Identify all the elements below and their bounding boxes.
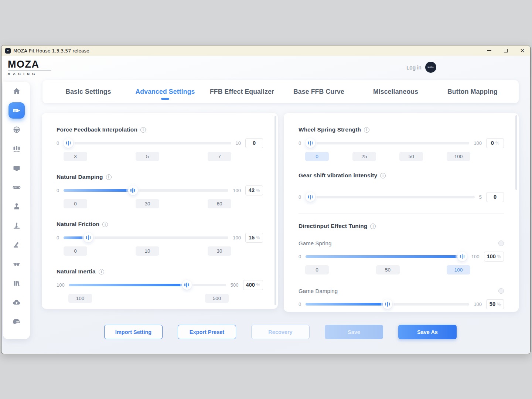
- preset-button-25[interactable]: 25: [352, 152, 376, 161]
- value-input-natural-inertia[interactable]: 400%: [243, 280, 263, 290]
- slider-handle-natural-damping[interactable]: [128, 185, 138, 195]
- slider-handle-gear-shift-vibration-intensity[interactable]: [306, 192, 315, 202]
- value-number: 50: [490, 301, 495, 307]
- tab-basic-settings[interactable]: Basic Settings: [50, 80, 127, 103]
- slider-track-natural-damping[interactable]: [64, 189, 228, 192]
- slider-track-gear-shift-vibration-intensity[interactable]: [306, 196, 475, 198]
- sidebar-item-manuals[interactable]: [7, 274, 26, 293]
- slider-handle-natural-inertia[interactable]: [182, 280, 192, 290]
- export-preset-button[interactable]: Export Preset: [178, 325, 236, 339]
- handle-bars-icon: [310, 141, 311, 146]
- value-input-force-feedback-interpolation[interactable]: 0: [245, 138, 263, 148]
- value-number: 0: [491, 140, 494, 146]
- sidebar-item-steering-wheel[interactable]: [7, 120, 26, 139]
- sidebar-item-pedals[interactable]: [7, 139, 26, 158]
- preset-button-50[interactable]: 50: [376, 265, 400, 274]
- preset-button-0[interactable]: 0: [305, 152, 329, 161]
- value-input-game-damping[interactable]: 50%: [486, 299, 504, 309]
- info-icon[interactable]: i: [99, 269, 104, 274]
- tab-ffb-effect-equalizer[interactable]: FFB Effect Equalizer: [204, 80, 280, 103]
- preset-button-100[interactable]: 100: [447, 265, 470, 274]
- sidebar-item-wheelbase[interactable]: [8, 102, 25, 119]
- setting-label: Game Spring: [299, 240, 331, 246]
- led-strip-icon: [12, 183, 21, 192]
- slider-track-force-feedback-interpolation[interactable]: [64, 142, 231, 144]
- sidebar-item-cloud-upload[interactable]: [7, 293, 26, 312]
- import-setting-button[interactable]: Import Setting: [104, 325, 163, 339]
- value-input-natural-friction[interactable]: 15%: [245, 233, 263, 243]
- sidebar-item-home[interactable]: [7, 82, 26, 101]
- slider-track-game-damping[interactable]: [306, 303, 469, 306]
- avatar[interactable]: MOZA: [425, 62, 436, 73]
- setting-label-row: Game Damping: [299, 287, 504, 294]
- handle-bars-icon: [68, 141, 69, 146]
- slider-min-label: 0: [57, 235, 59, 241]
- info-icon[interactable]: i: [380, 173, 386, 178]
- minimize-button[interactable]: [487, 48, 492, 53]
- recovery-button[interactable]: Recovery: [251, 325, 310, 339]
- preset-button-5[interactable]: 5: [136, 152, 159, 161]
- close-button[interactable]: ×: [520, 48, 525, 53]
- radio-game-damping[interactable]: [498, 288, 504, 294]
- preset-button-0[interactable]: 0: [305, 265, 329, 274]
- tab-miscellaneous[interactable]: Miscellaneous: [357, 80, 434, 103]
- value-unit: %: [497, 302, 501, 306]
- slider-handle-natural-friction[interactable]: [83, 233, 93, 242]
- slider-min-label: 0: [57, 140, 59, 146]
- info-icon[interactable]: i: [102, 222, 108, 227]
- preset-button-0[interactable]: 0: [64, 199, 87, 208]
- radio-game-spring[interactable]: [498, 241, 504, 246]
- preset-button-100[interactable]: 100: [68, 294, 92, 303]
- window-title: MOZA Pit House 1.3.3.57 release: [13, 48, 89, 54]
- info-icon[interactable]: i: [370, 224, 376, 229]
- save-button[interactable]: Save: [325, 325, 383, 339]
- slider-track-wheel-spring-strength[interactable]: [306, 142, 469, 144]
- sidebar-item-led-strip[interactable]: [7, 178, 26, 197]
- handle-bars-icon: [90, 236, 91, 239]
- left-panel-scrollbar[interactable]: [274, 116, 276, 305]
- preset-button-10[interactable]: 10: [136, 246, 159, 256]
- save-as-button[interactable]: Save As: [398, 325, 457, 339]
- preset-button-30[interactable]: 30: [208, 246, 231, 256]
- preset-button-50[interactable]: 50: [399, 152, 423, 161]
- slider-track-game-spring[interactable]: [306, 255, 467, 258]
- sidebar-item-handbrake[interactable]: [7, 235, 26, 255]
- preset-button-7[interactable]: 7: [208, 152, 231, 161]
- sequential-shifter-icon: [12, 221, 21, 230]
- info-icon[interactable]: i: [364, 127, 369, 133]
- tab-advanced-settings[interactable]: Advanced Settings: [127, 80, 204, 103]
- value-input-natural-damping[interactable]: 42%: [245, 185, 263, 195]
- maximize-button[interactable]: [503, 48, 508, 53]
- sidebar-item-helmet[interactable]: [7, 312, 26, 331]
- login-link[interactable]: Log in: [406, 64, 422, 71]
- slider-handle-wheel-spring-strength[interactable]: [306, 138, 315, 148]
- tab-button-mapping[interactable]: Button Mapping: [434, 80, 511, 103]
- preset-button-100[interactable]: 100: [447, 152, 470, 161]
- slider-handle-force-feedback-interpolation[interactable]: [64, 138, 73, 148]
- preset-button-500[interactable]: 500: [205, 294, 229, 303]
- sidebar-item-shifter-knob[interactable]: [7, 197, 26, 216]
- sidebar-item-dashboard[interactable]: [7, 158, 26, 178]
- slider-row-natural-inertia: 100500400%: [57, 280, 263, 290]
- sidebar-item-head-tracker[interactable]: [7, 255, 26, 274]
- value-input-game-spring[interactable]: 100%: [484, 252, 504, 262]
- slider-track-natural-friction[interactable]: [64, 236, 228, 239]
- handle-bars-icon: [188, 283, 189, 286]
- preset-button-0[interactable]: 0: [64, 246, 87, 256]
- setting-natural-damping: Natural Dampingi010042%03060: [57, 173, 263, 208]
- preset-button-30[interactable]: 30: [136, 199, 159, 208]
- value-input-gear-shift-vibration-intensity[interactable]: 0: [486, 192, 504, 202]
- sidebar-item-sequential-shifter[interactable]: [7, 216, 26, 235]
- sidebar-item-partial-hidden[interactable]: [7, 331, 26, 339]
- value-input-wheel-spring-strength[interactable]: 0%: [486, 138, 504, 148]
- right-panel-scrollbar[interactable]: [515, 115, 517, 190]
- slider-handle-game-spring[interactable]: [457, 252, 467, 261]
- info-icon[interactable]: i: [140, 127, 146, 133]
- preset-button-60[interactable]: 60: [208, 199, 231, 208]
- slider-handle-game-damping[interactable]: [383, 299, 392, 309]
- setting-gear-shift-vibration-intensity: Gear shift vibration intensityi050: [299, 172, 504, 202]
- preset-button-3[interactable]: 3: [64, 152, 87, 161]
- tab-base-ffb-curve[interactable]: Base FFB Curve: [280, 80, 357, 103]
- info-icon[interactable]: i: [106, 174, 112, 180]
- slider-track-natural-inertia[interactable]: [69, 284, 226, 286]
